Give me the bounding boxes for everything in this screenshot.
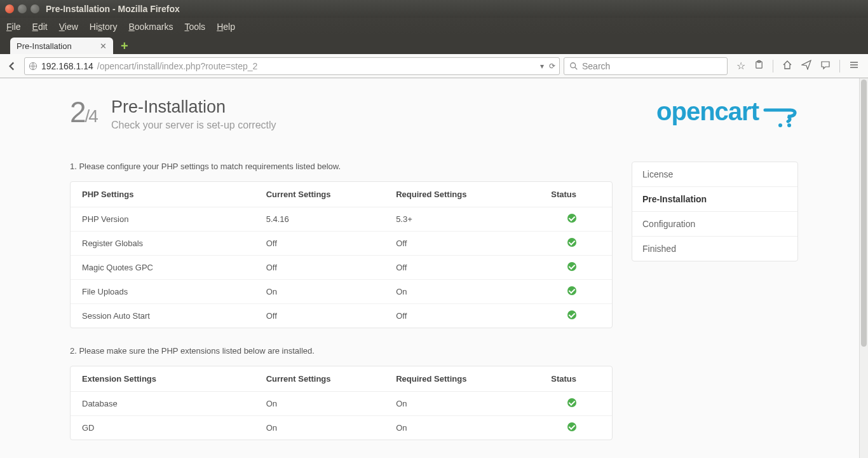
setting-current: On bbox=[255, 392, 384, 416]
setting-current: On bbox=[255, 416, 384, 440]
check-circle-icon bbox=[567, 310, 576, 319]
setting-current: 5.4.16 bbox=[255, 207, 384, 232]
install-step-item[interactable]: License bbox=[632, 162, 797, 187]
setting-required: Off bbox=[384, 232, 536, 256]
dropdown-icon[interactable]: ▾ bbox=[540, 62, 544, 71]
tab-title: Pre-Installation bbox=[17, 41, 72, 51]
menu-bookmarks[interactable]: Bookmarks bbox=[128, 22, 173, 32]
tabstrip: Pre-Installation ✕ + bbox=[0, 35, 868, 54]
table-row: DatabaseOnOn bbox=[71, 392, 612, 416]
opencart-logo: opencart bbox=[656, 97, 798, 130]
col-header: Current Settings bbox=[255, 182, 384, 207]
setting-required: Off bbox=[384, 304, 536, 328]
menubar: File Edit View History Bookmarks Tools H… bbox=[0, 18, 868, 35]
navigation-toolbar: 192.168.1.14/opencart/install/index.php?… bbox=[0, 54, 868, 78]
new-tab-button[interactable]: + bbox=[118, 39, 131, 52]
setting-current: Off bbox=[255, 256, 384, 280]
hamburger-menu-icon[interactable] bbox=[849, 60, 859, 73]
setting-required: 5.3+ bbox=[384, 207, 536, 232]
setting-status bbox=[536, 416, 612, 440]
separator bbox=[773, 60, 773, 73]
search-icon bbox=[569, 62, 578, 71]
url-bar[interactable]: 192.168.1.14/opencart/install/index.php?… bbox=[24, 57, 560, 75]
col-header: Required Settings bbox=[384, 366, 536, 392]
check-circle-icon bbox=[567, 262, 576, 271]
window-close-button[interactable] bbox=[5, 4, 14, 13]
install-steps-list: LicensePre-InstallationConfigurationFini… bbox=[632, 162, 798, 261]
page-viewport: 2/4 Pre-Installation Check your server i… bbox=[0, 78, 868, 458]
col-header: Status bbox=[536, 366, 612, 392]
menu-edit[interactable]: Edit bbox=[32, 22, 48, 32]
col-header: Required Settings bbox=[384, 182, 536, 207]
setting-name: File Uploads bbox=[71, 280, 255, 304]
col-header: PHP Settings bbox=[71, 182, 255, 207]
check-circle-icon bbox=[567, 286, 576, 295]
reload-icon[interactable]: ⟳ bbox=[549, 62, 555, 71]
menu-file[interactable]: File bbox=[6, 22, 21, 32]
php-settings-panel: PHP Settings Current Settings Required S… bbox=[70, 181, 613, 328]
back-button[interactable] bbox=[4, 58, 20, 74]
section-2-label: 2. Please make sure the PHP extensions l… bbox=[70, 346, 613, 356]
menu-help[interactable]: Help bbox=[217, 22, 235, 32]
setting-name: Database bbox=[71, 392, 255, 416]
svg-line-2 bbox=[575, 67, 578, 69]
bookmark-star-icon[interactable]: ☆ bbox=[736, 60, 745, 73]
col-header: Current Settings bbox=[255, 366, 384, 392]
scrollbar-thumb[interactable] bbox=[861, 80, 867, 347]
setting-name: Register Globals bbox=[71, 232, 255, 256]
menu-history[interactable]: History bbox=[90, 22, 118, 32]
setting-name: Magic Quotes GPC bbox=[71, 256, 255, 280]
col-header: Status bbox=[536, 182, 612, 207]
vertical-scrollbar[interactable] bbox=[859, 78, 868, 458]
url-host: 192.168.1.14 bbox=[41, 61, 93, 71]
setting-required: On bbox=[384, 280, 536, 304]
setting-name: PHP Version bbox=[71, 207, 255, 232]
svg-point-1 bbox=[571, 62, 576, 67]
setting-status bbox=[536, 256, 612, 280]
setting-name: GD bbox=[71, 416, 255, 440]
tab-close-icon[interactable]: ✕ bbox=[100, 41, 107, 51]
install-step-item[interactable]: Configuration bbox=[632, 212, 797, 237]
window-title: Pre-Installation - Mozilla Firefox bbox=[46, 4, 180, 14]
page-subtitle: Check your server is set-up correctly bbox=[111, 120, 276, 131]
browser-tab[interactable]: Pre-Installation ✕ bbox=[10, 38, 113, 54]
extension-settings-panel: Extension Settings Current Settings Requ… bbox=[70, 366, 613, 440]
page-title: Pre-Installation bbox=[111, 97, 276, 117]
window-minimize-button[interactable] bbox=[18, 4, 27, 13]
url-path: /opencart/install/index.php?route=step_2 bbox=[97, 61, 258, 71]
setting-status bbox=[536, 207, 612, 232]
col-header: Extension Settings bbox=[71, 366, 255, 392]
home-icon[interactable] bbox=[782, 60, 792, 73]
check-circle-icon bbox=[567, 398, 576, 407]
setting-name: Session Auto Start bbox=[71, 304, 255, 328]
separator bbox=[839, 60, 840, 73]
check-circle-icon bbox=[567, 238, 576, 247]
arrow-left-icon bbox=[6, 60, 18, 72]
search-bar[interactable]: Search bbox=[564, 57, 728, 75]
setting-required: On bbox=[384, 392, 536, 416]
setting-status bbox=[536, 392, 612, 416]
window-titlebar: Pre-Installation - Mozilla Firefox bbox=[0, 0, 868, 18]
setting-status bbox=[536, 304, 612, 328]
table-row: File UploadsOnOn bbox=[71, 280, 612, 304]
globe-icon bbox=[29, 62, 37, 71]
check-circle-icon bbox=[567, 214, 576, 223]
setting-current: Off bbox=[255, 232, 384, 256]
setting-required: On bbox=[384, 416, 536, 440]
setting-status bbox=[536, 280, 612, 304]
install-step-item[interactable]: Finished bbox=[632, 237, 797, 261]
search-placeholder: Search bbox=[582, 61, 610, 71]
setting-status bbox=[536, 232, 612, 256]
window-maximize-button[interactable] bbox=[31, 4, 39, 13]
setting-required: Off bbox=[384, 256, 536, 280]
chat-icon[interactable] bbox=[820, 60, 831, 73]
table-row: Session Auto StartOffOff bbox=[71, 304, 612, 328]
table-row: GDOnOn bbox=[71, 416, 612, 440]
step-indicator: 2/4 bbox=[70, 97, 111, 127]
check-circle-icon bbox=[567, 422, 576, 431]
menu-view[interactable]: View bbox=[59, 22, 78, 32]
install-step-item[interactable]: Pre-Installation bbox=[632, 187, 797, 212]
menu-tools[interactable]: Tools bbox=[184, 22, 205, 32]
send-icon[interactable] bbox=[801, 60, 811, 73]
clipboard-icon[interactable] bbox=[754, 60, 764, 73]
